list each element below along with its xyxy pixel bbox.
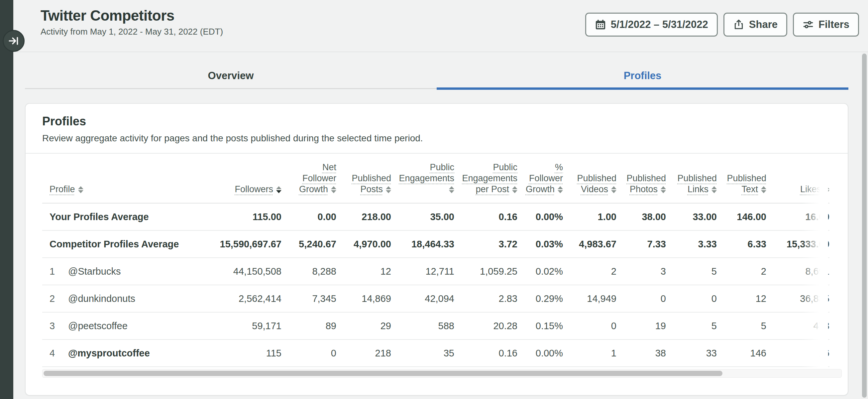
tab-overview[interactable]: Overview [25, 62, 437, 89]
metric-cell-published-text: 5 [717, 313, 766, 339]
metric-cell-published-links: 0 [666, 285, 717, 312]
sort-arrows-icon [331, 186, 336, 193]
metric-cell-likes: 16 [766, 340, 830, 366]
column-header-public-engagements[interactable]: Public Engagements [391, 162, 454, 203]
profile-cell: 4@mysproutcoffee [42, 340, 192, 366]
header-actions: 5/1/2022 – 5/31/2022 Share [585, 12, 859, 36]
column-header-likes[interactable]: Likes [766, 184, 830, 203]
sort-arrows-icon [386, 186, 391, 193]
metric-cell-followers: 115.00 [192, 203, 281, 230]
metric-cell-published-photos: 19 [616, 313, 666, 339]
sort-arrows-icon [449, 186, 454, 193]
metric-cell-net-follower-growth: 89 [281, 313, 336, 339]
metric-cell-followers: 15,590,697.67 [192, 231, 281, 257]
metric-cell-likes: 473 [766, 313, 830, 339]
profile-name: @peetscoffee [68, 320, 128, 332]
column-header-public-engagements-per-post[interactable]: Public Engagements per Post [454, 162, 518, 203]
horizontal-scrollbar[interactable] [42, 369, 842, 378]
date-range-button[interactable]: 5/1/2022 – 5/31/2022 [585, 12, 718, 36]
profile-cell: 1@Starbucks [42, 258, 192, 285]
metric-cell-published-text: 146 [717, 340, 766, 366]
column-label: Published Links [677, 173, 717, 194]
section-description: Review aggregate activity for pages and … [42, 133, 831, 144]
profile-name: Competitor Profiles Average [50, 239, 179, 250]
page-subtitle: Activity from May 1, 2022 - May 31, 2022… [40, 27, 223, 37]
column-header-published-links[interactable]: Published Links [666, 173, 717, 203]
metric-cell-net-follower-growth: 8,288 [281, 258, 336, 285]
filters-button[interactable]: Filters [793, 12, 859, 36]
expand-sidebar-button[interactable] [3, 30, 25, 52]
column-label: Published Photos [626, 173, 666, 194]
profile-name: @dunkindonuts [68, 293, 135, 304]
metric-cell-likes: 8,691 [766, 258, 830, 285]
column-header-published-photos[interactable]: Published Photos [616, 173, 666, 203]
profile-cell: 3@peetscoffee [42, 313, 192, 339]
table-row: 3@peetscoffee59,171892958820.280.15%0195… [42, 313, 830, 340]
rank: 4 [50, 348, 68, 359]
horizontal-scrollbar-thumb[interactable] [43, 371, 722, 376]
column-label: Published Posts [351, 173, 391, 194]
profile-name: @mysproutcoffee [68, 348, 150, 359]
metric-cell-published-videos: 2 [563, 258, 616, 285]
sort-arrows-icon [611, 186, 616, 193]
metric-cell-follower-growth: 0.02% [518, 258, 563, 285]
metric-cell-likes: 16.00 [766, 203, 830, 230]
metric-cell-public-engagements-per-post: 3.72 [454, 231, 518, 257]
vertical-scrollbar-thumb[interactable] [862, 54, 867, 398]
tab-profiles[interactable]: Profiles [437, 62, 848, 89]
metric-cell-published-photos: 7.33 [616, 231, 666, 257]
metric-cell-published-posts: 12 [336, 258, 391, 285]
profile-name: Your Profiles Average [50, 211, 149, 223]
metric-cell-published-videos: 14,949 [563, 285, 616, 312]
column-header-net-follower-growth[interactable]: Net Follower Growth [281, 162, 336, 203]
column-label: Profile [50, 184, 75, 194]
tab-profiles-label: Profiles [624, 70, 662, 82]
metric-cell-followers: 59,171 [192, 313, 281, 339]
column-header-published-posts[interactable]: Published Posts [336, 173, 391, 203]
page-header: Twitter Competitors Activity from May 1,… [13, 0, 868, 52]
table-row: 2@dunkindonuts2,562,4147,34514,86942,094… [42, 285, 830, 313]
metric-cell-public-engagements-per-post: 20.28 [454, 313, 518, 339]
sort-arrows-icon [276, 186, 281, 193]
metric-cell-published-text: 146.00 [717, 203, 766, 230]
table-row: 1@Starbucks44,150,5088,2881212,7111,059.… [42, 258, 830, 285]
share-icon [733, 19, 744, 30]
report-tabs: Overview Profiles [25, 62, 848, 89]
metric-cell-published-links: 33.00 [666, 203, 717, 230]
metric-cell-follower-growth: 0.29% [518, 285, 563, 312]
metric-cell-published-links: 5 [666, 258, 717, 285]
table-row: Competitor Profiles Average15,590,697.67… [42, 231, 830, 258]
metric-cell-published-posts: 14,869 [336, 285, 391, 312]
active-tab-indicator [437, 87, 848, 90]
sort-arrows-icon [761, 186, 766, 193]
page-title: Twitter Competitors [40, 7, 175, 24]
metric-cell-net-follower-growth: 0.00 [281, 203, 336, 230]
column-label: Published Text [727, 173, 766, 194]
metric-cell-net-follower-growth: 5,240.67 [281, 231, 336, 257]
metric-cell-followers: 115 [192, 340, 281, 366]
column-header-followers[interactable]: Followers [192, 184, 281, 203]
column-header-profile[interactable]: Profile [42, 184, 192, 203]
metric-cell-follower-growth: 0.00% [518, 340, 563, 366]
share-button[interactable]: Share [723, 12, 787, 36]
sort-arrows-icon [558, 186, 563, 193]
metric-cell-published-text: 2 [717, 258, 766, 285]
column-header-published-videos[interactable]: Published Videos [563, 173, 616, 203]
column-header-follower-growth[interactable]: % Follower Growth [518, 162, 563, 203]
sort-arrows-icon [512, 186, 518, 193]
metric-cell-public-engagements-per-post: 1,059.25 [454, 258, 518, 285]
rank: 1 [50, 266, 68, 277]
profile-cell: Competitor Profiles Average [42, 231, 192, 257]
metric-cell-public-engagements: 18,464.33 [391, 231, 454, 257]
metric-cell-published-videos: 0 [563, 313, 616, 339]
metric-cell-published-links: 3.33 [666, 231, 717, 257]
metric-cell-published-posts: 218 [336, 340, 391, 366]
column-label: Public Engagements per Post [462, 162, 518, 194]
vertical-scrollbar[interactable] [861, 52, 868, 399]
sort-arrows-icon [78, 186, 84, 193]
share-label: Share [749, 19, 778, 31]
sort-arrows-icon [711, 186, 717, 193]
profiles-table: ProfileFollowersNet Follower GrowthPubli… [42, 153, 830, 367]
metric-cell-public-engagements-per-post: 0.16 [454, 203, 518, 230]
column-header-published-text[interactable]: Published Text [717, 173, 766, 203]
